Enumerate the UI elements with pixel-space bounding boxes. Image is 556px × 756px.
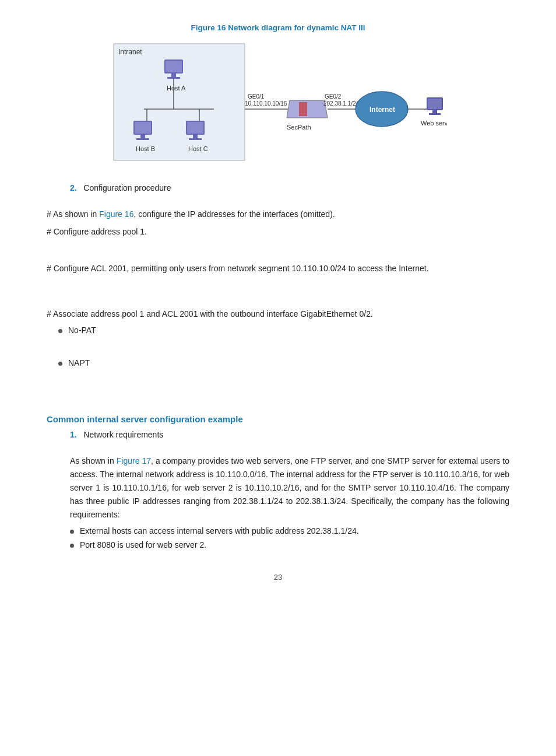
svg-text:GE0/2: GE0/2 <box>325 93 342 100</box>
config-procedure-item: 2. Configuration procedure <box>70 183 509 192</box>
section2-bullet2-text: Port 8080 is used for web server 2. <box>80 540 206 550</box>
bullet-no-pat: No-PAT <box>58 326 509 335</box>
svg-rect-17 <box>193 135 198 138</box>
paragraph-4: # Associate address pool 1 and ACL 2001 … <box>47 307 509 320</box>
bullet-dot-3 <box>70 530 74 534</box>
svg-rect-35 <box>432 110 437 113</box>
svg-text:Host A: Host A <box>167 85 186 92</box>
svg-text:SecPath: SecPath <box>287 124 311 131</box>
step-number: 2. <box>70 183 77 192</box>
svg-rect-36 <box>429 113 441 115</box>
step-label: Configuration procedure <box>83 183 171 192</box>
svg-rect-5 <box>166 61 182 72</box>
no-pat-label: No-PAT <box>68 326 96 335</box>
svg-text:Intranet: Intranet <box>118 48 142 56</box>
svg-text:GE0/1: GE0/1 <box>248 93 265 100</box>
section2-step-number: 1. <box>70 430 77 439</box>
svg-rect-34 <box>428 99 442 109</box>
svg-rect-12 <box>140 135 145 138</box>
svg-text:Internet: Internet <box>370 106 395 114</box>
svg-text:Host C: Host C <box>188 145 208 152</box>
section2-bullet1-text: External hosts can access internal serve… <box>80 526 359 536</box>
section2-step1: 1. Network requirements <box>70 430 509 439</box>
svg-rect-14 <box>135 122 151 134</box>
svg-rect-4 <box>167 77 180 79</box>
svg-rect-18 <box>189 138 202 140</box>
section2-step-label: Network requirements <box>83 430 163 439</box>
page-number: 23 <box>47 573 509 582</box>
napt-label: NAPT <box>68 358 90 368</box>
svg-rect-19 <box>187 122 203 134</box>
bullet-dot-2 <box>58 362 62 366</box>
network-diagram: Intranet Host A Host B Host C Sec <box>109 39 447 169</box>
svg-text:202.38.1.1/24: 202.38.1.1/24 <box>323 100 360 107</box>
section2-bullet-2: Port 8080 is used for web server 2. <box>70 540 509 550</box>
svg-rect-23 <box>299 102 307 116</box>
svg-rect-3 <box>171 74 176 77</box>
section-title: Common internal server configuration exa… <box>47 414 509 424</box>
figure17-link[interactable]: Figure 17 <box>117 456 151 466</box>
bullet-dot-1 <box>58 329 62 333</box>
svg-text:10.110.10.10/16: 10.110.10.10/16 <box>245 100 287 107</box>
paragraph-3: # Configure ACL 2001, permitting only us… <box>47 262 509 275</box>
bullet-dot-4 <box>70 544 74 548</box>
paragraph-2: # Configure address pool 1. <box>47 225 509 238</box>
paragraph-1: # As shown in Figure 16, configure the I… <box>47 208 509 220</box>
svg-text:Web server: Web server <box>421 120 447 127</box>
svg-text:Host B: Host B <box>136 145 155 152</box>
section2-body: As shown in Figure 17, a company provide… <box>70 454 509 522</box>
figure16-link[interactable]: Figure 16 <box>99 209 133 219</box>
bullet-napt: NAPT <box>58 358 509 368</box>
figure-title: Figure 16 Network diagram for dynamic NA… <box>47 23 509 32</box>
svg-rect-13 <box>136 138 149 140</box>
section2-bullet-1: External hosts can access internal serve… <box>70 526 509 536</box>
